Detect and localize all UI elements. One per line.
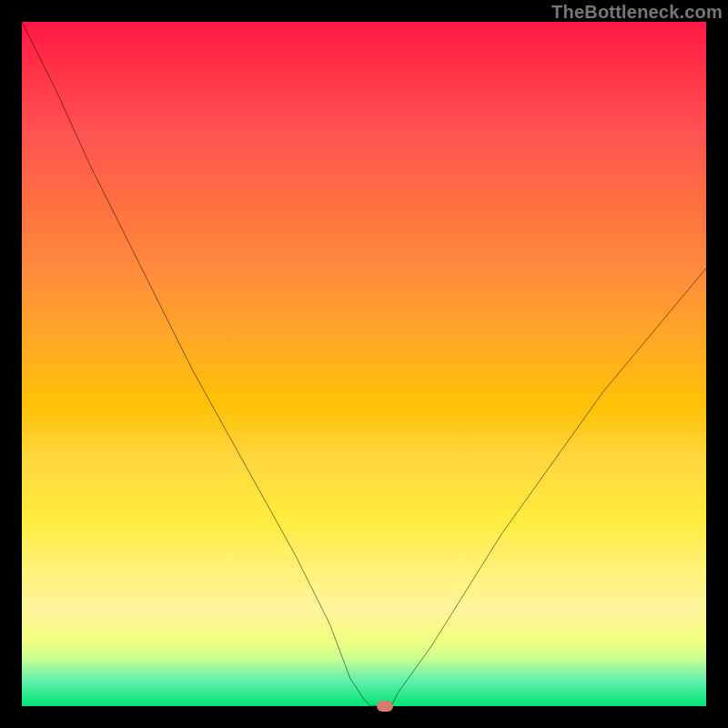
chart-frame: TheBottleneck.com (0, 0, 728, 728)
bottleneck-curve (22, 22, 706, 706)
watermark-text: TheBottleneck.com (551, 2, 723, 23)
optimal-point-marker (377, 701, 393, 712)
